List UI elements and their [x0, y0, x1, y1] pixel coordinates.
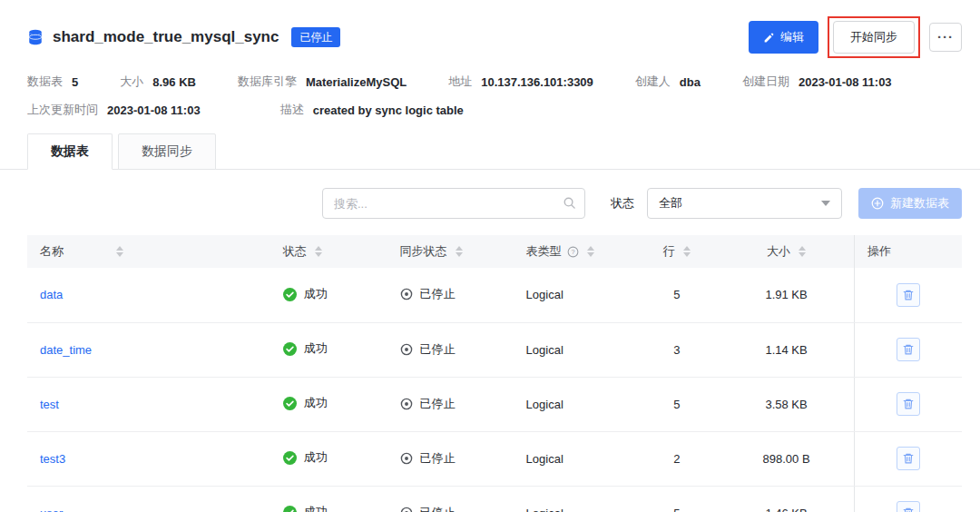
status-text: 成功	[304, 449, 328, 466]
delete-button[interactable]	[897, 392, 920, 416]
status-cell: 成功	[283, 340, 328, 357]
start-sync-button[interactable]: 开始同步	[833, 21, 915, 54]
table-header-row: 名称 状态 同步状态 表类型	[27, 235, 962, 268]
sync-status-cell: 已停止	[400, 505, 456, 512]
sort-control[interactable]	[116, 246, 123, 257]
success-icon	[283, 288, 297, 301]
status-badge: 已停止	[291, 27, 340, 47]
sync-status-text: 已停止	[420, 286, 456, 302]
delete-button[interactable]	[897, 283, 920, 307]
stopped-icon	[400, 343, 413, 356]
table-row: data 成功 已停止 Logical 5 1.91 KB	[27, 268, 962, 322]
start-sync-button-label: 开始同步	[850, 29, 897, 45]
meta-size: 大小 8.96 KB	[120, 74, 196, 90]
row-count-cell: 5	[634, 268, 719, 322]
meta-engine: 数据库引擎 MaterializeMySQL	[238, 74, 407, 90]
meta-value: 10.137.136.101:3309	[481, 75, 593, 89]
meta-value: 2023-01-08 11:03	[107, 103, 201, 117]
delete-button[interactable]	[897, 501, 920, 512]
more-actions-button[interactable]: ···	[929, 23, 962, 52]
meta-row-1: 数据表 5 大小 8.96 KB 数据库引擎 MaterializeMySQL …	[0, 74, 980, 90]
table-type-cell: Logical	[514, 486, 635, 512]
delete-button[interactable]	[897, 447, 920, 470]
delete-button[interactable]	[897, 338, 920, 361]
pencil-icon	[763, 32, 775, 44]
search-icon[interactable]	[563, 196, 576, 210]
table-name-link[interactable]: user	[40, 507, 63, 512]
table-name-link[interactable]: test	[40, 398, 59, 411]
create-table-button[interactable]: 新建数据表	[858, 188, 962, 219]
status-cell: 成功	[283, 504, 328, 512]
meta-value: 2023-01-08 11:03	[799, 75, 892, 89]
table-row: test3 成功 已停止 Logical 2 898.00 B	[27, 431, 962, 486]
column-label: 状态	[283, 243, 307, 260]
tab-data-sync[interactable]: 数据同步	[118, 133, 216, 170]
sort-control[interactable]	[799, 246, 806, 257]
edit-button[interactable]: 编辑	[749, 21, 818, 54]
table-name-link[interactable]: data	[40, 288, 63, 301]
status-cell: 成功	[283, 449, 328, 466]
meta-label: 描述	[280, 102, 304, 118]
tab-bar: 数据表 数据同步	[0, 133, 980, 170]
sort-control[interactable]	[587, 246, 594, 257]
column-header-sync-status: 同步状态	[387, 235, 514, 268]
table-name-link[interactable]: test3	[40, 452, 65, 466]
sort-control[interactable]	[683, 246, 691, 257]
meta-creator: 创建人 dba	[635, 74, 701, 90]
size-cell: 3.58 KB	[719, 377, 854, 431]
status-text: 成功	[304, 504, 328, 512]
row-count-cell: 5	[634, 377, 719, 431]
size-cell: 1.14 KB	[719, 322, 854, 377]
column-header-name: 名称	[27, 235, 270, 268]
column-header-size: 大小	[719, 235, 854, 268]
plus-circle-icon	[871, 197, 884, 210]
table-body: data 成功 已停止 Logical 5 1.91 KB	[27, 268, 962, 512]
svg-text:?: ?	[571, 248, 574, 256]
chevron-down-icon	[821, 201, 830, 206]
column-header-status: 状态	[270, 235, 387, 268]
meta-create-date: 创建日期 2023-01-08 11:03	[742, 74, 892, 90]
tab-data-tables[interactable]: 数据表	[27, 133, 113, 170]
ellipsis-icon: ···	[937, 29, 954, 44]
stopped-icon	[400, 452, 413, 465]
meta-label: 上次更新时间	[27, 102, 98, 118]
stopped-icon	[400, 288, 413, 300]
size-cell: 898.00 B	[719, 431, 854, 486]
meta-value: created by sync logic table	[313, 103, 464, 117]
status-cell: 成功	[283, 395, 328, 411]
page-title: shard_mode_true_mysql_sync	[53, 28, 279, 46]
table-type-cell: Logical	[514, 322, 635, 377]
trash-icon	[902, 343, 915, 356]
stopped-icon	[400, 507, 413, 512]
page: shard_mode_true_mysql_sync 已停止 编辑 开始同步 ·…	[0, 0, 980, 512]
column-header-rows: 行	[634, 235, 719, 268]
trash-icon	[902, 452, 915, 465]
help-icon[interactable]: ?	[567, 246, 579, 258]
trash-icon	[902, 289, 915, 301]
database-icon	[27, 29, 44, 45]
row-count-cell: 5	[634, 486, 719, 512]
trash-icon	[902, 398, 915, 410]
table-type-cell: Logical	[514, 431, 635, 486]
meta-table-count: 数据表 5	[27, 74, 78, 90]
success-icon	[283, 506, 297, 512]
search-input[interactable]	[322, 188, 585, 219]
status-filter-value: 全部	[659, 195, 682, 212]
status-filter-select[interactable]: 全部	[647, 188, 842, 219]
status-text: 成功	[304, 340, 328, 357]
table-name-link[interactable]: date_time	[40, 343, 92, 357]
sort-control[interactable]	[315, 246, 322, 257]
sort-control[interactable]	[456, 246, 463, 257]
meta-label: 大小	[120, 74, 143, 90]
sync-status-text: 已停止	[420, 450, 456, 467]
meta-value: 5	[72, 75, 78, 89]
annotation-highlight: 开始同步	[828, 16, 920, 58]
table-row: date_time 成功 已停止 Logical 3 1.14 KB	[27, 322, 962, 377]
create-table-button-label: 新建数据表	[890, 195, 949, 212]
size-cell: 1.91 KB	[719, 268, 854, 322]
column-label: 同步状态	[400, 243, 447, 260]
search-box	[322, 188, 585, 219]
meta-address: 地址 10.137.136.101:3309	[448, 74, 593, 90]
success-icon	[283, 451, 297, 465]
sync-status-cell: 已停止	[400, 286, 456, 302]
